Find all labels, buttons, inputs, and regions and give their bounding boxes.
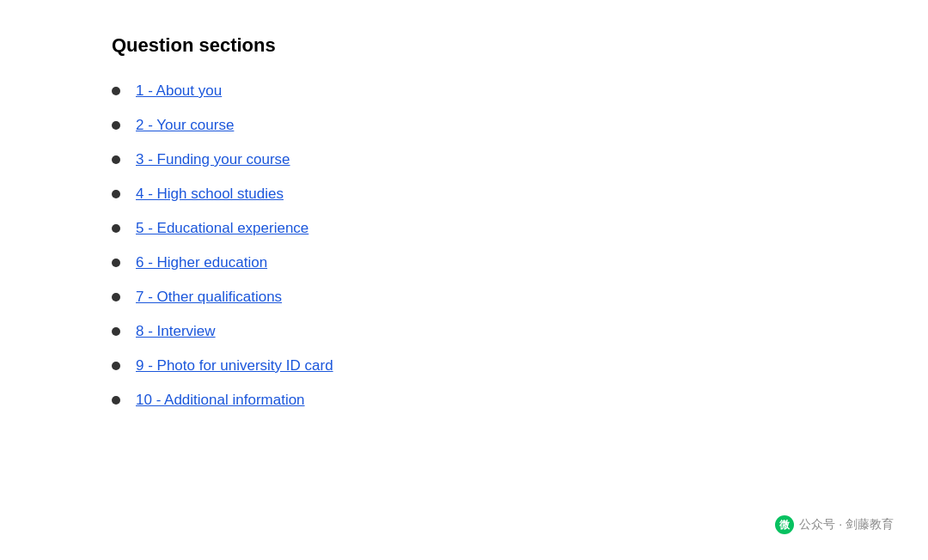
section-link-4[interactable]: 4 - High school studies [136, 186, 284, 203]
section-link-9[interactable]: 9 - Photo for university ID card [136, 357, 333, 374]
list-item: 5 - Educational experience [112, 220, 816, 237]
list-item: 1 - About you [112, 82, 816, 100]
watermark-icon: 微 [775, 515, 794, 534]
watermark: 微 公众号 · 剑藤教育 [775, 515, 894, 534]
bullet-dot [112, 362, 120, 370]
bullet-dot [112, 327, 120, 336]
section-link-6[interactable]: 6 - Higher education [136, 254, 267, 271]
list-item: 10 - Additional information [112, 392, 816, 409]
section-list: 1 - About you2 - Your course3 - Funding … [112, 82, 816, 409]
bullet-dot [112, 224, 120, 233]
section-link-10[interactable]: 10 - Additional information [136, 392, 305, 409]
list-item: 9 - Photo for university ID card [112, 357, 816, 374]
section-link-2[interactable]: 2 - Your course [136, 117, 234, 134]
watermark-text: 公众号 · 剑藤教育 [799, 517, 894, 533]
section-link-3[interactable]: 3 - Funding your course [136, 151, 290, 168]
bullet-dot [112, 87, 120, 95]
page-container: Question sections 1 - About you2 - Your … [0, 0, 928, 460]
bullet-dot [112, 190, 120, 198]
list-item: 2 - Your course [112, 117, 816, 134]
section-link-5[interactable]: 5 - Educational experience [136, 220, 308, 237]
list-item: 3 - Funding your course [112, 151, 816, 168]
bullet-dot [112, 121, 120, 130]
list-item: 6 - Higher education [112, 254, 816, 271]
section-link-7[interactable]: 7 - Other qualifications [136, 289, 282, 306]
bullet-dot [112, 396, 120, 405]
list-item: 4 - High school studies [112, 186, 816, 203]
list-item: 8 - Interview [112, 323, 816, 340]
page-title: Question sections [112, 34, 816, 57]
bullet-dot [112, 293, 120, 301]
section-link-8[interactable]: 8 - Interview [136, 323, 216, 340]
bullet-dot [112, 259, 120, 267]
bullet-dot [112, 155, 120, 164]
section-link-1[interactable]: 1 - About you [136, 82, 222, 100]
list-item: 7 - Other qualifications [112, 289, 816, 306]
